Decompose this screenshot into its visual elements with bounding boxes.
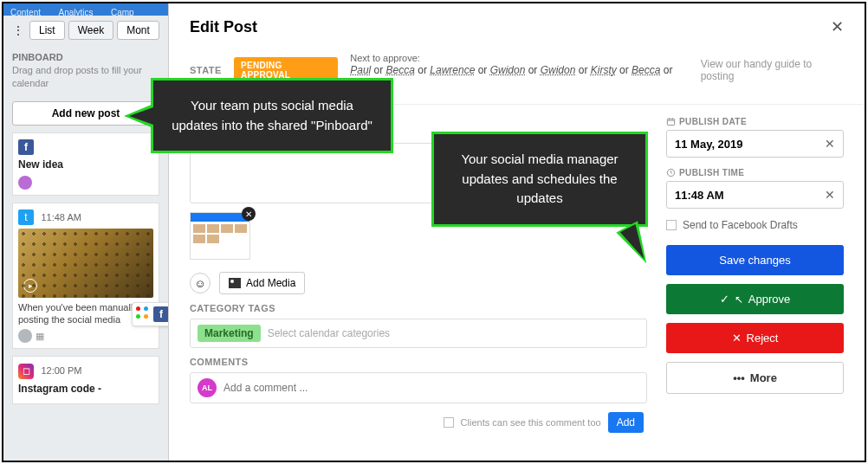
clock-icon bbox=[666, 168, 676, 177]
comments-label: COMMENTS bbox=[190, 357, 647, 367]
view-list-button[interactable]: List bbox=[29, 21, 65, 40]
twitter-icon: t bbox=[18, 209, 34, 225]
calendar-icon bbox=[666, 117, 676, 126]
save-button[interactable]: Save changes bbox=[666, 245, 844, 275]
fb-drafts-checkbox[interactable] bbox=[666, 220, 677, 230]
pin-card[interactable]: f New idea bbox=[12, 132, 159, 196]
card-title: New idea bbox=[18, 158, 153, 171]
add-comment-button[interactable]: Add bbox=[608, 412, 644, 433]
check-icon: ✓ bbox=[720, 293, 729, 306]
edit-post-modal: Edit Post ✕ STATE PENDING APPROVAL Next … bbox=[168, 3, 865, 461]
state-label: STATE bbox=[190, 65, 222, 75]
remove-media-icon[interactable]: ✕ bbox=[242, 207, 256, 221]
avatar bbox=[18, 176, 32, 190]
comment-input[interactable] bbox=[223, 382, 639, 394]
modal-title: Edit Post bbox=[190, 18, 257, 36]
publish-date-label: PUBLISH DATE bbox=[666, 117, 844, 126]
meta-icon: ▦ bbox=[36, 331, 44, 342]
grid-icon bbox=[136, 306, 150, 320]
close-icon: ✕ bbox=[732, 332, 742, 345]
facebook-icon[interactable]: f bbox=[153, 306, 169, 322]
close-icon[interactable]: ✕ bbox=[831, 17, 844, 36]
add-media-button[interactable]: Add Media bbox=[219, 272, 305, 294]
clear-icon[interactable]: ✕ bbox=[825, 188, 835, 202]
more-button[interactable]: ••• More bbox=[666, 362, 844, 394]
guide-link[interactable]: View our handy guide to posting bbox=[701, 58, 844, 82]
client-visible-checkbox[interactable] bbox=[444, 417, 454, 428]
card-image: ▸ bbox=[18, 229, 153, 298]
category-input[interactable]: Marketing Select calendar categories bbox=[190, 319, 647, 348]
card-time: 11:48 AM bbox=[41, 212, 81, 222]
client-visible-label: Clients can see this comment too bbox=[461, 417, 601, 428]
view-month-button[interactable]: Mont bbox=[117, 21, 159, 40]
image-icon bbox=[229, 278, 241, 288]
instagram-icon: ◻ bbox=[18, 364, 34, 379]
tooltip: Your social media manager updates and sc… bbox=[431, 132, 648, 227]
fb-drafts-label: Send to Facebook Drafts bbox=[683, 219, 798, 231]
publish-time-label: PUBLISH TIME bbox=[666, 168, 844, 177]
pin-card[interactable]: t 11:48 AM ▸ When you've been manually p… bbox=[12, 203, 159, 350]
approvers: Next to approve: Paul or Becca or Lawren… bbox=[350, 52, 688, 88]
ellipsis-icon: ••• bbox=[733, 371, 745, 384]
reject-button[interactable]: ✕ Reject bbox=[666, 323, 844, 353]
category-placeholder: Select calendar categories bbox=[268, 327, 390, 339]
publish-date-field[interactable]: 11 May, 2019 ✕ bbox=[666, 130, 844, 158]
view-week-button[interactable]: Week bbox=[68, 21, 113, 40]
cursor-icon: ↖ bbox=[735, 293, 743, 306]
clear-icon[interactable]: ✕ bbox=[825, 137, 835, 151]
publish-time-field[interactable]: 11:48 AM ✕ bbox=[666, 181, 844, 209]
tooltip: Your team puts social media updates into… bbox=[151, 78, 393, 153]
pinboard-title: PINBOARD bbox=[3, 45, 168, 64]
card-title: Instagram code - bbox=[18, 383, 153, 395]
svg-rect-0 bbox=[667, 119, 674, 125]
category-label: CATEGORY TAGS bbox=[190, 303, 647, 313]
arrow-icon bbox=[124, 104, 153, 128]
avatar: AL bbox=[198, 378, 217, 397]
channel-picker[interactable]: f bbox=[132, 302, 173, 326]
category-tag[interactable]: Marketing bbox=[198, 325, 261, 342]
pin-card[interactable]: ◻ 12:00 PM Instagram code - bbox=[12, 356, 159, 404]
media-thumbnail[interactable]: ✕ bbox=[190, 212, 250, 260]
facebook-icon: f bbox=[18, 139, 34, 155]
card-time: 12:00 PM bbox=[41, 365, 81, 376]
avatar bbox=[18, 329, 32, 343]
play-icon: ▸ bbox=[23, 279, 37, 293]
menu-icon[interactable]: ⋮ bbox=[10, 23, 26, 38]
pinboard-hint: Drag and drop posts to fill your calenda… bbox=[3, 64, 168, 98]
sidebar: ⋮ List Week Mont PINBOARD Drag and drop … bbox=[3, 16, 168, 461]
approve-button[interactable]: ✓ ↖ Approve bbox=[666, 284, 844, 314]
emoji-button[interactable]: ☺ bbox=[190, 273, 211, 293]
